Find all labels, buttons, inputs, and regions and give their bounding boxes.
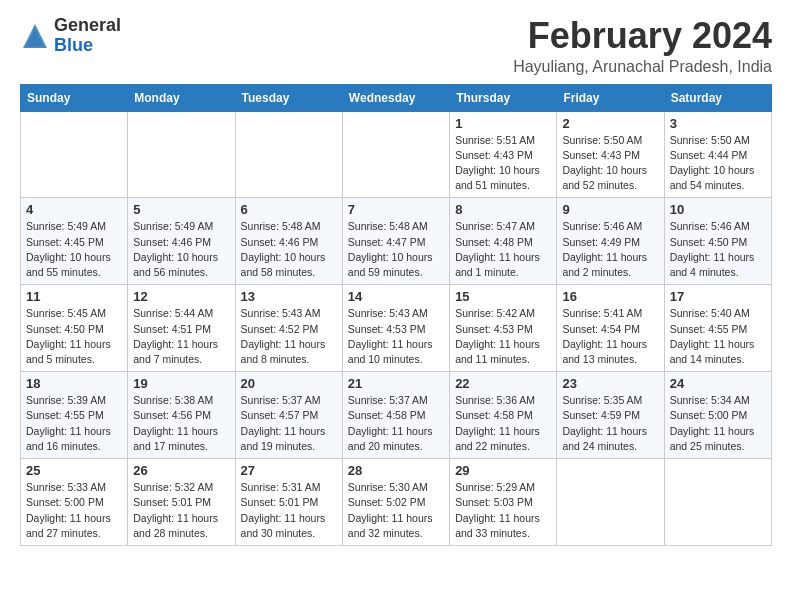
day-number: 20 bbox=[241, 376, 337, 391]
day-info: Sunrise: 5:46 AM Sunset: 4:50 PM Dayligh… bbox=[670, 219, 766, 280]
day-info: Sunrise: 5:33 AM Sunset: 5:00 PM Dayligh… bbox=[26, 480, 122, 541]
day-info: Sunrise: 5:32 AM Sunset: 5:01 PM Dayligh… bbox=[133, 480, 229, 541]
day-number: 5 bbox=[133, 202, 229, 217]
calendar-cell: 14Sunrise: 5:43 AM Sunset: 4:53 PM Dayli… bbox=[342, 285, 449, 372]
day-number: 15 bbox=[455, 289, 551, 304]
day-info: Sunrise: 5:50 AM Sunset: 4:43 PM Dayligh… bbox=[562, 133, 658, 194]
calendar-cell: 24Sunrise: 5:34 AM Sunset: 5:00 PM Dayli… bbox=[664, 372, 771, 459]
calendar-cell bbox=[21, 111, 128, 198]
day-info: Sunrise: 5:48 AM Sunset: 4:47 PM Dayligh… bbox=[348, 219, 444, 280]
day-number: 8 bbox=[455, 202, 551, 217]
day-number: 16 bbox=[562, 289, 658, 304]
calendar-cell bbox=[128, 111, 235, 198]
calendar-cell bbox=[664, 459, 771, 546]
day-info: Sunrise: 5:43 AM Sunset: 4:53 PM Dayligh… bbox=[348, 306, 444, 367]
day-number: 22 bbox=[455, 376, 551, 391]
day-number: 18 bbox=[26, 376, 122, 391]
day-number: 1 bbox=[455, 116, 551, 131]
column-header-sunday: Sunday bbox=[21, 84, 128, 111]
calendar-cell: 23Sunrise: 5:35 AM Sunset: 4:59 PM Dayli… bbox=[557, 372, 664, 459]
day-info: Sunrise: 5:44 AM Sunset: 4:51 PM Dayligh… bbox=[133, 306, 229, 367]
week-row-1: 1Sunrise: 5:51 AM Sunset: 4:43 PM Daylig… bbox=[21, 111, 772, 198]
calendar-cell: 3Sunrise: 5:50 AM Sunset: 4:44 PM Daylig… bbox=[664, 111, 771, 198]
calendar-title: February 2024 bbox=[513, 16, 772, 56]
column-header-wednesday: Wednesday bbox=[342, 84, 449, 111]
day-number: 25 bbox=[26, 463, 122, 478]
calendar-subtitle: Hayuliang, Arunachal Pradesh, India bbox=[513, 58, 772, 76]
calendar-cell: 7Sunrise: 5:48 AM Sunset: 4:47 PM Daylig… bbox=[342, 198, 449, 285]
column-header-friday: Friday bbox=[557, 84, 664, 111]
logo-blue-text: Blue bbox=[54, 35, 93, 55]
calendar-cell: 13Sunrise: 5:43 AM Sunset: 4:52 PM Dayli… bbox=[235, 285, 342, 372]
calendar-cell: 9Sunrise: 5:46 AM Sunset: 4:49 PM Daylig… bbox=[557, 198, 664, 285]
calendar-cell: 27Sunrise: 5:31 AM Sunset: 5:01 PM Dayli… bbox=[235, 459, 342, 546]
day-number: 3 bbox=[670, 116, 766, 131]
logo: General Blue bbox=[20, 16, 121, 56]
logo-icon bbox=[20, 21, 50, 51]
day-info: Sunrise: 5:37 AM Sunset: 4:57 PM Dayligh… bbox=[241, 393, 337, 454]
calendar-cell: 1Sunrise: 5:51 AM Sunset: 4:43 PM Daylig… bbox=[450, 111, 557, 198]
calendar-cell bbox=[235, 111, 342, 198]
day-number: 21 bbox=[348, 376, 444, 391]
day-info: Sunrise: 5:35 AM Sunset: 4:59 PM Dayligh… bbox=[562, 393, 658, 454]
day-number: 11 bbox=[26, 289, 122, 304]
calendar-cell: 17Sunrise: 5:40 AM Sunset: 4:55 PM Dayli… bbox=[664, 285, 771, 372]
calendar-cell: 6Sunrise: 5:48 AM Sunset: 4:46 PM Daylig… bbox=[235, 198, 342, 285]
day-info: Sunrise: 5:30 AM Sunset: 5:02 PM Dayligh… bbox=[348, 480, 444, 541]
calendar-cell: 28Sunrise: 5:30 AM Sunset: 5:02 PM Dayli… bbox=[342, 459, 449, 546]
calendar-cell: 15Sunrise: 5:42 AM Sunset: 4:53 PM Dayli… bbox=[450, 285, 557, 372]
day-info: Sunrise: 5:34 AM Sunset: 5:00 PM Dayligh… bbox=[670, 393, 766, 454]
column-header-tuesday: Tuesday bbox=[235, 84, 342, 111]
day-number: 14 bbox=[348, 289, 444, 304]
column-header-monday: Monday bbox=[128, 84, 235, 111]
calendar-cell: 21Sunrise: 5:37 AM Sunset: 4:58 PM Dayli… bbox=[342, 372, 449, 459]
column-headers: SundayMondayTuesdayWednesdayThursdayFrid… bbox=[21, 84, 772, 111]
day-number: 2 bbox=[562, 116, 658, 131]
day-info: Sunrise: 5:31 AM Sunset: 5:01 PM Dayligh… bbox=[241, 480, 337, 541]
week-row-3: 11Sunrise: 5:45 AM Sunset: 4:50 PM Dayli… bbox=[21, 285, 772, 372]
calendar-cell: 11Sunrise: 5:45 AM Sunset: 4:50 PM Dayli… bbox=[21, 285, 128, 372]
day-info: Sunrise: 5:39 AM Sunset: 4:55 PM Dayligh… bbox=[26, 393, 122, 454]
day-info: Sunrise: 5:48 AM Sunset: 4:46 PM Dayligh… bbox=[241, 219, 337, 280]
day-info: Sunrise: 5:46 AM Sunset: 4:49 PM Dayligh… bbox=[562, 219, 658, 280]
day-info: Sunrise: 5:49 AM Sunset: 4:46 PM Dayligh… bbox=[133, 219, 229, 280]
calendar-table: SundayMondayTuesdayWednesdayThursdayFrid… bbox=[20, 84, 772, 546]
calendar-body: 1Sunrise: 5:51 AM Sunset: 4:43 PM Daylig… bbox=[21, 111, 772, 545]
calendar-cell bbox=[557, 459, 664, 546]
calendar-cell: 4Sunrise: 5:49 AM Sunset: 4:45 PM Daylig… bbox=[21, 198, 128, 285]
title-block: February 2024 Hayuliang, Arunachal Prade… bbox=[513, 16, 772, 76]
day-info: Sunrise: 5:40 AM Sunset: 4:55 PM Dayligh… bbox=[670, 306, 766, 367]
day-number: 17 bbox=[670, 289, 766, 304]
calendar-cell: 22Sunrise: 5:36 AM Sunset: 4:58 PM Dayli… bbox=[450, 372, 557, 459]
logo-text: General Blue bbox=[54, 16, 121, 56]
calendar-cell: 5Sunrise: 5:49 AM Sunset: 4:46 PM Daylig… bbox=[128, 198, 235, 285]
day-number: 10 bbox=[670, 202, 766, 217]
day-info: Sunrise: 5:45 AM Sunset: 4:50 PM Dayligh… bbox=[26, 306, 122, 367]
day-number: 9 bbox=[562, 202, 658, 217]
day-number: 29 bbox=[455, 463, 551, 478]
week-row-2: 4Sunrise: 5:49 AM Sunset: 4:45 PM Daylig… bbox=[21, 198, 772, 285]
calendar-cell: 2Sunrise: 5:50 AM Sunset: 4:43 PM Daylig… bbox=[557, 111, 664, 198]
column-header-thursday: Thursday bbox=[450, 84, 557, 111]
day-number: 13 bbox=[241, 289, 337, 304]
calendar-cell: 12Sunrise: 5:44 AM Sunset: 4:51 PM Dayli… bbox=[128, 285, 235, 372]
day-info: Sunrise: 5:38 AM Sunset: 4:56 PM Dayligh… bbox=[133, 393, 229, 454]
day-info: Sunrise: 5:50 AM Sunset: 4:44 PM Dayligh… bbox=[670, 133, 766, 194]
logo-general-text: General bbox=[54, 15, 121, 35]
calendar-cell: 29Sunrise: 5:29 AM Sunset: 5:03 PM Dayli… bbox=[450, 459, 557, 546]
day-info: Sunrise: 5:43 AM Sunset: 4:52 PM Dayligh… bbox=[241, 306, 337, 367]
calendar-cell: 8Sunrise: 5:47 AM Sunset: 4:48 PM Daylig… bbox=[450, 198, 557, 285]
day-number: 19 bbox=[133, 376, 229, 391]
day-number: 7 bbox=[348, 202, 444, 217]
calendar-cell: 19Sunrise: 5:38 AM Sunset: 4:56 PM Dayli… bbox=[128, 372, 235, 459]
day-info: Sunrise: 5:42 AM Sunset: 4:53 PM Dayligh… bbox=[455, 306, 551, 367]
day-info: Sunrise: 5:36 AM Sunset: 4:58 PM Dayligh… bbox=[455, 393, 551, 454]
day-number: 28 bbox=[348, 463, 444, 478]
calendar-cell: 18Sunrise: 5:39 AM Sunset: 4:55 PM Dayli… bbox=[21, 372, 128, 459]
week-row-5: 25Sunrise: 5:33 AM Sunset: 5:00 PM Dayli… bbox=[21, 459, 772, 546]
calendar-cell bbox=[342, 111, 449, 198]
day-info: Sunrise: 5:47 AM Sunset: 4:48 PM Dayligh… bbox=[455, 219, 551, 280]
column-header-saturday: Saturday bbox=[664, 84, 771, 111]
day-number: 23 bbox=[562, 376, 658, 391]
day-info: Sunrise: 5:37 AM Sunset: 4:58 PM Dayligh… bbox=[348, 393, 444, 454]
